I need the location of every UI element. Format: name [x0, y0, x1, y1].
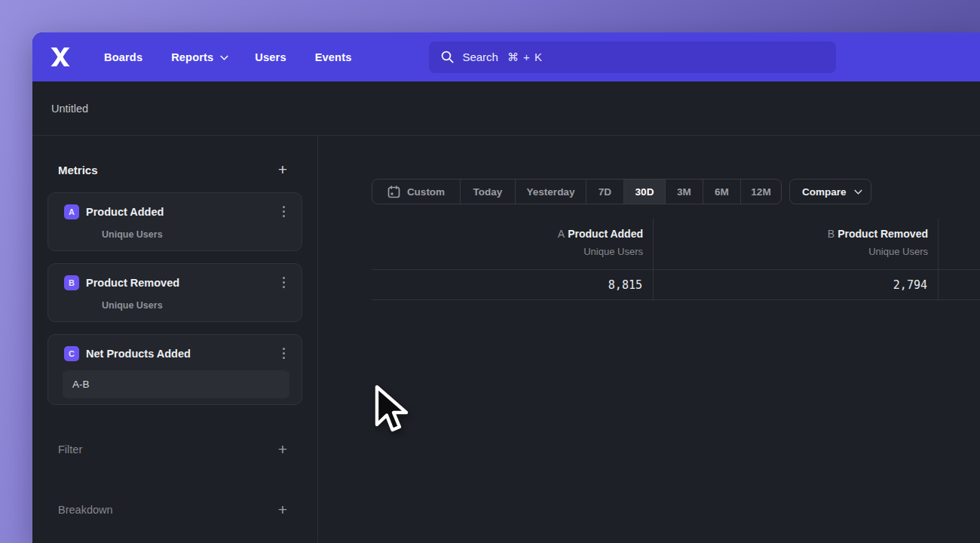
- value-cell-b[interactable]: 2,794: [654, 269, 939, 300]
- results-panel: Custom Today Yesterday 7D 30D 3M 6M 12M …: [318, 136, 980, 543]
- metric-name: Product Added: [86, 206, 278, 218]
- formula-input[interactable]: A-B: [63, 370, 289, 398]
- metric-measurement[interactable]: Unique Users: [102, 300, 289, 311]
- date-range-selector: Custom Today Yesterday 7D 30D 3M 6M 12M: [372, 179, 782, 204]
- metrics-section-header: Metrics +: [32, 157, 317, 183]
- nav-item-reports[interactable]: Reports: [171, 51, 226, 63]
- nav-item-reports-label: Reports: [171, 51, 213, 63]
- date-option-7d[interactable]: 7D: [586, 179, 624, 204]
- kebab-menu-icon[interactable]: [278, 345, 289, 362]
- nav-item-boards[interactable]: Boards: [104, 51, 142, 63]
- table-value-row: 8,815 2,794: [372, 269, 980, 300]
- search-input[interactable]: Search ⌘ + K: [429, 41, 836, 73]
- search-icon: [441, 51, 454, 63]
- page-title[interactable]: Untitled: [51, 103, 88, 115]
- metric-badge-b: B: [64, 275, 79, 290]
- date-option-custom[interactable]: Custom: [372, 179, 461, 204]
- metric-measurement[interactable]: Unique Users: [102, 229, 289, 240]
- filter-label: Filter: [58, 443, 82, 456]
- content-area: Metrics + A Product Added Unique Users B…: [32, 136, 980, 543]
- value-cell-a[interactable]: 8,815: [372, 269, 654, 300]
- date-option-6m[interactable]: 6M: [703, 179, 741, 204]
- kebab-menu-icon[interactable]: [278, 274, 289, 291]
- date-option-30d-selected[interactable]: 30D: [624, 179, 666, 204]
- date-option-today[interactable]: Today: [461, 179, 516, 204]
- calendar-icon: [387, 186, 400, 198]
- breakdown-label: Breakdown: [58, 504, 113, 516]
- top-navbar: Boards Reports Users Events Search ⌘ + K: [32, 32, 980, 81]
- breakdown-section: Breakdown +: [32, 499, 317, 521]
- results-table: AProduct Added Unique Users BProduct Rem…: [372, 219, 980, 300]
- metric-name: Product Removed: [86, 277, 278, 289]
- main-nav: Boards Reports Users Events: [104, 51, 351, 63]
- nav-item-events[interactable]: Events: [315, 51, 352, 63]
- search-placeholder: Search: [462, 51, 498, 63]
- metric-card-c[interactable]: C Net Products Added A-B: [47, 334, 302, 405]
- metric-badge-c: C: [64, 346, 79, 361]
- table-header-row: AProduct Added Unique Users BProduct Rem…: [372, 219, 980, 269]
- column-header-b[interactable]: BProduct Removed Unique Users: [654, 219, 939, 269]
- metric-badge-a: A: [64, 204, 79, 219]
- column-header-overflow: [939, 219, 980, 269]
- chevron-down-icon: [853, 186, 862, 195]
- metric-name: Net Products Added: [86, 348, 278, 360]
- add-metric-button[interactable]: +: [278, 162, 287, 177]
- date-option-yesterday[interactable]: Yesterday: [516, 179, 586, 204]
- add-breakdown-button[interactable]: +: [278, 502, 287, 517]
- value-cell-overflow: [939, 269, 980, 300]
- metric-card-a[interactable]: A Product Added Unique Users: [47, 192, 302, 251]
- chevron-down-icon: [220, 51, 228, 60]
- column-header-a[interactable]: AProduct Added Unique Users: [372, 219, 654, 269]
- kebab-menu-icon[interactable]: [278, 203, 289, 220]
- app-window: Boards Reports Users Events Search ⌘ + K…: [32, 32, 980, 543]
- report-titlebar: Untitled: [32, 81, 980, 136]
- search-shortcut: ⌘ + K: [507, 51, 543, 64]
- query-sidebar: Metrics + A Product Added Unique Users B…: [32, 136, 318, 543]
- compare-button[interactable]: Compare: [789, 179, 871, 204]
- add-filter-button[interactable]: +: [278, 442, 287, 457]
- metrics-label: Metrics: [58, 164, 98, 176]
- filter-section: Filter +: [32, 438, 317, 461]
- metric-card-b[interactable]: B Product Removed Unique Users: [47, 263, 302, 322]
- date-controls: Custom Today Yesterday 7D 30D 3M 6M 12M …: [372, 179, 980, 204]
- mixpanel-logo-icon[interactable]: [49, 48, 72, 67]
- date-option-12m[interactable]: 12M: [741, 179, 781, 204]
- date-option-3m[interactable]: 3M: [666, 179, 703, 204]
- nav-item-users[interactable]: Users: [255, 51, 286, 63]
